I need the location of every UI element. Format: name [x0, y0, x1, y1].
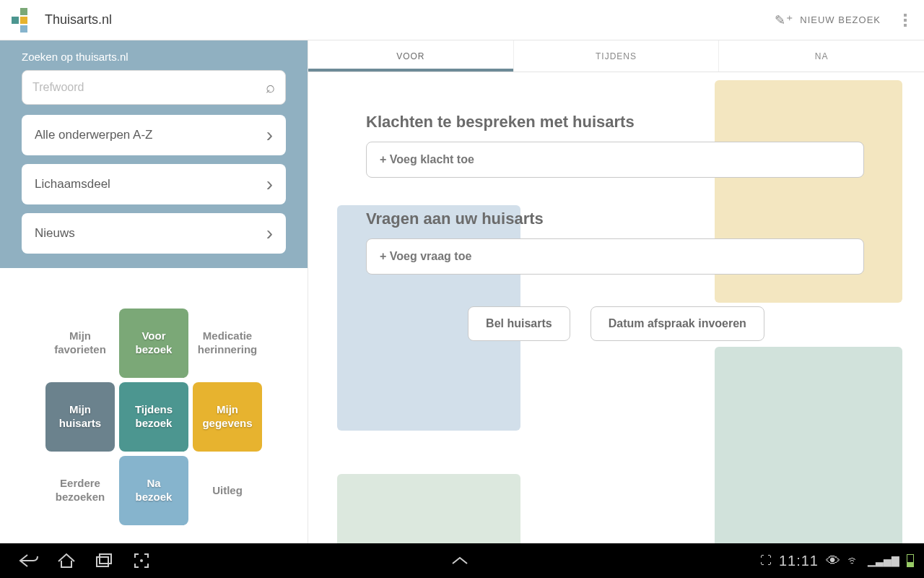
tab-tijdens[interactable]: TIJDENS: [514, 40, 720, 72]
add-question-button[interactable]: + Voeg vraag toe: [366, 238, 864, 275]
main-panel: VOOR TIJDENS NA Klachten te bespreken me…: [308, 40, 924, 543]
tile-grid-wrap: MijnfavorietenVoorbezoekMedicatieherinne…: [0, 268, 308, 543]
add-complaint-label: + Voeg klacht toe: [380, 153, 474, 166]
section-title-vragen: Vragen aan uw huisarts: [366, 210, 866, 228]
decor-square-mint: [337, 474, 520, 543]
search-box[interactable]: ⌕: [22, 70, 286, 105]
clock: 11:11: [779, 553, 819, 569]
eye-icon: 👁: [826, 553, 840, 569]
section-title-klachten: Klachten te bespreken met huisarts: [366, 113, 866, 131]
tile-mijn-favorieten[interactable]: Mijnfavorieten: [45, 309, 115, 378]
tab-voor[interactable]: VOOR: [308, 40, 514, 72]
new-visit-label: NIEUW BEZOEK: [800, 14, 881, 25]
tile-label: Eerderebezoeken: [56, 477, 105, 504]
recents-button[interactable]: [85, 543, 123, 578]
new-visit-button[interactable]: ✎⁺ NIEUW BEZOEK: [775, 12, 881, 28]
tile-medicatie-herinnering[interactable]: Medicatieherinnering: [193, 309, 262, 378]
tile-uitleg[interactable]: Uitleg: [193, 456, 262, 525]
nav-item-label: Nieuws: [35, 226, 75, 241]
home-button[interactable]: [48, 543, 85, 578]
main-content: Klachten te bespreken met huisarts + Voe…: [308, 72, 924, 341]
app-bar: Thuisarts.nl ✎⁺ NIEUW BEZOEK: [0, 0, 924, 40]
tile-label: Nabezoek: [136, 477, 173, 504]
svg-point-2: [140, 559, 143, 562]
signal-icon: ▁▃▅▇: [868, 555, 899, 566]
tile-label: Mijngegevens: [202, 403, 252, 431]
tile-label: Tijdensbezoek: [135, 403, 173, 431]
call-gp-button[interactable]: Bel huisarts: [468, 306, 570, 341]
add-question-label: + Voeg vraag toe: [380, 250, 471, 263]
back-button[interactable]: [10, 543, 48, 578]
overflow-menu-button[interactable]: [898, 8, 912, 33]
search-input[interactable]: [32, 81, 266, 94]
call-gp-label: Bel huisarts: [486, 317, 552, 330]
tab-na[interactable]: NA: [719, 40, 924, 72]
sidebar: Zoeken op thuisarts.nl ⌕ Alle onderwerpe…: [0, 40, 308, 543]
decor-square-sage: [715, 347, 902, 543]
screenshot-button[interactable]: [123, 543, 160, 578]
tab-bar: VOOR TIJDENS NA: [308, 40, 924, 72]
enter-appointment-date-label: Datum afspraak invoeren: [609, 317, 746, 330]
tile-grid: MijnfavorietenVoorbezoekMedicatieherinne…: [45, 309, 262, 543]
enter-appointment-date-button[interactable]: Datum afspraak invoeren: [590, 306, 764, 341]
wifi-icon: ᯤ: [847, 553, 860, 569]
expand-up-button[interactable]: [441, 543, 479, 578]
tile-label: Medicatieherinnering: [198, 329, 258, 357]
fullscreen-icon: ⛶: [760, 554, 772, 567]
tile-label: Voorbezoek: [136, 329, 173, 357]
tile-tijdens-bezoek[interactable]: Tijdensbezoek: [119, 382, 188, 452]
svg-rect-1: [100, 554, 111, 564]
tile-na-bezoek[interactable]: Nabezoek: [119, 456, 188, 525]
tile-label: Mijnfavorieten: [54, 329, 106, 357]
tile-eerdere-bezoeken[interactable]: Eerderebezoeken: [45, 456, 115, 525]
tile-mijn-huisarts[interactable]: Mijnhuisarts: [45, 382, 115, 452]
search-region: Zoeken op thuisarts.nl ⌕ Alle onderwerpe…: [0, 40, 308, 268]
brand-title: Thuisarts.nl: [45, 12, 112, 27]
nav-item-label: Alle onderwerpen A-Z: [35, 128, 152, 142]
brand-logo: [12, 8, 36, 33]
nav-item-label: Lichaamsdeel: [35, 177, 110, 191]
nav-lichaamsdeel[interactable]: Lichaamsdeel ›: [22, 164, 286, 204]
system-navbar: ⛶ 11:11 👁 ᯤ ▁▃▅▇: [0, 543, 924, 578]
nav-nieuws[interactable]: Nieuws ›: [22, 213, 286, 254]
status-area: ⛶ 11:11 👁 ᯤ ▁▃▅▇: [760, 553, 914, 569]
action-row: Bel huisarts Datum afspraak invoeren: [366, 306, 866, 341]
svg-rect-0: [97, 557, 108, 566]
chevron-right-icon: ›: [266, 222, 273, 245]
new-visit-icon: ✎⁺: [775, 12, 794, 28]
tile-voor-bezoek[interactable]: Voorbezoek: [119, 309, 188, 378]
nav-alle-onderwerpen[interactable]: Alle onderwerpen A-Z ›: [22, 115, 286, 155]
search-region-title: Zoeken op thuisarts.nl: [22, 51, 286, 63]
search-icon[interactable]: ⌕: [266, 78, 275, 97]
chevron-right-icon: ›: [266, 173, 273, 196]
tile-mijn-gegevens[interactable]: Mijngegevens: [193, 382, 262, 452]
battery-icon: [907, 554, 914, 567]
chevron-right-icon: ›: [266, 124, 273, 147]
tile-label: Uitleg: [212, 484, 243, 498]
add-complaint-button[interactable]: + Voeg klacht toe: [366, 142, 864, 178]
tile-label: Mijnhuisarts: [59, 403, 101, 431]
